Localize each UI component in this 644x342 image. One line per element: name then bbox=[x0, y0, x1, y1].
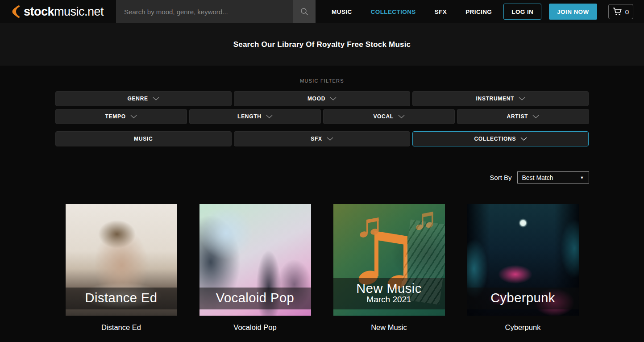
top-navbar: stockmusic.net MUSIC COLLECTIONS SFX PRI… bbox=[0, 0, 644, 23]
filter-artist[interactable]: ARTIST bbox=[457, 109, 589, 124]
nav-link-collections[interactable]: COLLECTIONS bbox=[371, 8, 416, 15]
chevron-down-icon bbox=[130, 115, 137, 118]
chevron-down-icon bbox=[398, 115, 405, 118]
search-bar bbox=[116, 0, 316, 23]
chevron-down-icon bbox=[519, 97, 525, 100]
cover-title: New Music bbox=[333, 282, 445, 295]
filters-section-label: MUSIC FILTERS bbox=[0, 78, 644, 83]
main-nav: MUSIC COLLECTIONS SFX PRICING bbox=[332, 0, 492, 23]
filter-label: TEMPO bbox=[105, 113, 126, 120]
collection-card-new-music[interactable]: New Music March 2021 New Music bbox=[333, 204, 445, 332]
filter-row-1: GENRE MOOD INSTRUMENT bbox=[55, 91, 589, 106]
sort-select[interactable]: Best Match ▼ bbox=[517, 171, 589, 184]
cover-title-band: New Music March 2021 bbox=[333, 278, 445, 309]
filter-genre[interactable]: GENRE bbox=[55, 91, 232, 106]
dropdown-arrow-icon: ▼ bbox=[580, 175, 584, 180]
collection-cover-image: Vocaloid Pop bbox=[199, 204, 311, 316]
nav-link-music[interactable]: MUSIC bbox=[332, 8, 352, 15]
filter-label: GENRE bbox=[128, 96, 148, 102]
filter-collections-type[interactable]: COLLECTIONS bbox=[412, 131, 589, 146]
filter-tempo[interactable]: TEMPO bbox=[55, 109, 187, 124]
chevron-down-icon bbox=[520, 137, 527, 141]
nav-link-pricing[interactable]: PRICING bbox=[465, 8, 492, 15]
sort-label: Sort By bbox=[490, 174, 511, 181]
filter-label: VOCAL bbox=[373, 113, 394, 120]
filters-grid: GENRE MOOD INSTRUMENT TEMPO LENGTH bbox=[55, 91, 589, 146]
filters-section: MUSIC FILTERS GENRE MOOD INSTRUMENT TEMP… bbox=[0, 66, 644, 146]
collection-caption[interactable]: Vocaloid Pop bbox=[199, 323, 311, 332]
filter-label: MOOD bbox=[307, 96, 325, 102]
sort-row: Sort By Best Match ▼ bbox=[55, 171, 589, 184]
search-icon bbox=[300, 7, 309, 16]
chevron-down-icon bbox=[330, 97, 337, 100]
hero-banner: Search Our Library Of Royalty Free Stock… bbox=[0, 23, 644, 66]
cover-title-band: Vocaloid Pop bbox=[199, 288, 311, 309]
filter-label: MUSIC bbox=[134, 136, 153, 142]
filter-music-type[interactable]: MUSIC bbox=[55, 131, 232, 146]
cart-button[interactable]: 0 bbox=[608, 4, 633, 19]
collection-caption[interactable]: Cyberpunk bbox=[467, 323, 579, 332]
page-title: Search Our Library Of Royalty Free Stock… bbox=[233, 40, 411, 49]
filter-instrument[interactable]: INSTRUMENT bbox=[412, 91, 589, 106]
collection-cover-image: New Music March 2021 bbox=[333, 204, 445, 316]
filter-label: LENGTH bbox=[237, 113, 262, 120]
chevron-down-icon bbox=[153, 97, 159, 100]
cover-title: Vocaloid Pop bbox=[199, 291, 311, 304]
site-logo[interactable]: stockmusic.net bbox=[9, 0, 104, 23]
auth-area: LOG IN JOIN NOW 0 bbox=[503, 0, 633, 23]
collection-caption[interactable]: Distance Ed bbox=[66, 323, 177, 332]
collection-card-cyberpunk[interactable]: Cyberpunk Cyberpunk bbox=[467, 204, 579, 332]
nav-link-sfx[interactable]: SFX bbox=[435, 8, 447, 15]
login-button[interactable]: LOG IN bbox=[503, 4, 541, 20]
filter-row-3: MUSIC SFX COLLECTIONS bbox=[55, 131, 589, 146]
collection-caption[interactable]: New Music bbox=[333, 323, 445, 332]
collection-card-vocaloid-pop[interactable]: Vocaloid Pop Vocaloid Pop bbox=[199, 204, 311, 332]
cover-title: Distance Ed bbox=[66, 291, 177, 304]
sort-selected-value: Best Match bbox=[522, 174, 553, 181]
filter-vocal[interactable]: VOCAL bbox=[323, 109, 455, 124]
filter-label: COLLECTIONS bbox=[474, 136, 516, 142]
collection-card-distance-ed[interactable]: Distance Ed Distance Ed bbox=[66, 204, 177, 332]
cover-title-band: Distance Ed bbox=[66, 288, 177, 309]
chevron-down-icon bbox=[532, 115, 539, 118]
search-button[interactable] bbox=[293, 0, 316, 23]
soundwave-icon bbox=[9, 4, 22, 20]
logo-text: stockmusic.net bbox=[24, 5, 104, 19]
filter-row-2: TEMPO LENGTH VOCAL ARTIST bbox=[55, 109, 589, 124]
cart-icon bbox=[613, 7, 623, 16]
filter-length[interactable]: LENGTH bbox=[189, 109, 321, 124]
filter-mood[interactable]: MOOD bbox=[234, 91, 410, 106]
filter-label: INSTRUMENT bbox=[476, 96, 514, 102]
chevron-down-icon bbox=[266, 115, 273, 118]
cart-count: 0 bbox=[625, 8, 629, 16]
filter-sfx-type[interactable]: SFX bbox=[234, 131, 410, 146]
collection-cover-image: Cyberpunk bbox=[467, 204, 579, 316]
collections-grid: Distance Ed Distance Ed Vocaloid Pop Voc… bbox=[0, 204, 644, 332]
cover-title-band: Cyberpunk bbox=[467, 288, 579, 309]
chevron-down-icon bbox=[327, 137, 333, 141]
collection-cover-image: Distance Ed bbox=[66, 204, 177, 316]
cover-title: Cyberpunk bbox=[467, 291, 579, 304]
join-now-button[interactable]: JOIN NOW bbox=[549, 4, 597, 20]
cover-subtitle: March 2021 bbox=[333, 295, 445, 304]
filter-label: ARTIST bbox=[507, 113, 528, 120]
filter-label: SFX bbox=[311, 136, 322, 142]
search-input[interactable] bbox=[116, 0, 293, 23]
